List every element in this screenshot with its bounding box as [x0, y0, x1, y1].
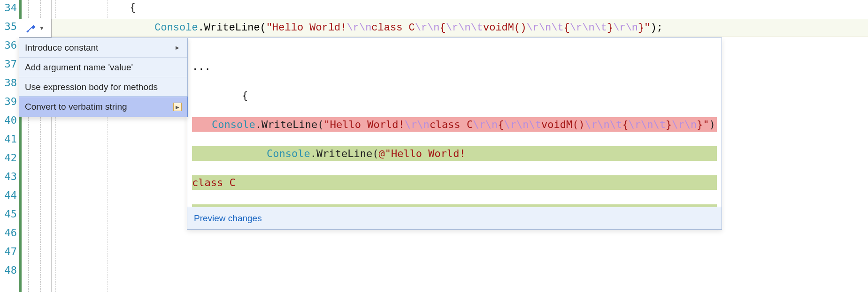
preview-changes-link[interactable]: Preview changes	[194, 213, 262, 224]
line-number: 46	[0, 227, 19, 239]
token-escape: \r\n	[405, 119, 430, 130]
diff-added-line: class C	[192, 175, 717, 190]
token-string: Hello World!	[391, 148, 466, 159]
quick-actions-button[interactable]: ▼	[19, 19, 52, 37]
diff-added-line: Console.WriteLine(@"Hello World!	[192, 146, 717, 161]
token-quote: "	[266, 22, 272, 34]
preview-ellipsis: ...	[192, 59, 717, 74]
token-method: WriteLine	[261, 119, 317, 130]
indent	[55, 22, 154, 34]
qa-item-use-expression-body[interactable]: Use expression body for methods	[19, 77, 187, 97]
code-line-active[interactable]: Console.WriteLine("Hello World!\r\nclass…	[52, 19, 868, 37]
screwdriver-icon	[26, 23, 36, 33]
preview-body: ... { Console.WriteLine("Hello World!\r\…	[187, 38, 722, 207]
token-paren: );	[650, 22, 662, 34]
token-dot: .	[310, 148, 316, 159]
svg-point-0	[27, 30, 29, 32]
token-method: WriteLine	[204, 22, 260, 34]
token-quote: "	[323, 119, 330, 130]
token-escape: \r\n\t	[526, 22, 563, 34]
token-string: {	[622, 119, 628, 130]
token-string: }	[638, 22, 644, 34]
token-verbatim: @"	[378, 148, 391, 159]
qa-item-add-argument-name[interactable]: Add argument name 'value'	[19, 58, 187, 77]
preview-panel: ... { Console.WriteLine("Hello World!\r\…	[187, 37, 722, 230]
token-quote: "	[703, 119, 709, 130]
preview-line: {	[192, 88, 717, 103]
line-number: 47	[0, 246, 19, 257]
qa-item-label: Introduce constant	[25, 43, 98, 53]
qa-item-label: Convert to verbatim string	[25, 102, 127, 112]
indent	[192, 148, 267, 159]
token-escape: \r\n	[347, 22, 372, 34]
token-quote: "	[644, 22, 650, 34]
token-string: class C	[430, 119, 473, 130]
qa-item-introduce-constant[interactable]: Introduce constant	[19, 38, 187, 58]
line-number: 34	[0, 2, 19, 14]
token-escape: \r\n	[415, 22, 440, 34]
token-paren: )	[709, 119, 715, 130]
token-string: {	[498, 119, 504, 130]
code-editor[interactable]: 34 35 36 37 38 39 40 41 42 43 44 45 46 4…	[0, 0, 868, 292]
token-escape: \r\n	[473, 119, 498, 130]
line-number: 39	[0, 96, 19, 107]
token-escape: \r\n\t	[570, 22, 607, 34]
token-string: {	[440, 22, 446, 34]
token-string: }	[607, 22, 613, 34]
token-escape: \r\n\t	[504, 119, 541, 130]
line-number: 48	[0, 264, 19, 276]
token-paren: (	[317, 119, 323, 130]
line-number: 37	[0, 58, 19, 70]
token-string: }	[666, 119, 672, 130]
token-type: Console	[267, 148, 310, 159]
preview-footer: Preview changes	[187, 207, 722, 229]
token-string: {	[564, 22, 570, 34]
line-number: 40	[0, 114, 19, 126]
token-method: WriteLine	[316, 148, 372, 159]
line-number: 43	[0, 171, 19, 182]
token-escape: \r\n\t	[629, 119, 666, 130]
line-number: 44	[0, 189, 19, 201]
token-string: }	[697, 119, 703, 130]
chevron-right-icon	[173, 44, 182, 52]
token-string: Hello World!	[330, 119, 405, 130]
line-number: 45	[0, 208, 19, 220]
code-line[interactable]: {	[52, 2, 868, 14]
line-number: 42	[0, 152, 19, 164]
qa-item-label: Use expression body for methods	[25, 82, 158, 92]
chevron-right-icon	[173, 103, 182, 111]
token-escape: \r\n\t	[446, 22, 483, 34]
diff-added-line: {	[192, 204, 717, 207]
token-escape: \r\n	[613, 22, 638, 34]
token-string: Hello World!	[272, 22, 346, 34]
gutter: 34 35 36 37 38 39 40 41 42 43 44 45 46 4…	[0, 0, 19, 292]
token-string: class C	[371, 22, 415, 34]
quick-actions-menu: Introduce constant Add argument name 'va…	[19, 37, 188, 117]
token-escape: \r\n\t	[585, 119, 622, 130]
token-type: Console	[212, 119, 255, 130]
line-number: 41	[0, 133, 19, 145]
token-paren: (	[372, 148, 378, 159]
diff-removed-line: Console.WriteLine("Hello World!\r\nclass…	[192, 117, 717, 132]
line-number: 38	[0, 77, 19, 89]
line-number: 36	[0, 39, 19, 51]
line-number: 35	[0, 21, 19, 32]
token-type: Console	[154, 22, 198, 34]
token-string: voidM()	[541, 119, 585, 130]
token-dot: .	[198, 22, 204, 34]
token-escape: \r\n	[672, 119, 697, 130]
token-dot: .	[255, 119, 261, 130]
token-paren: (	[260, 22, 266, 34]
qa-item-convert-verbatim[interactable]: Convert to verbatim string	[19, 97, 187, 117]
qa-item-label: Add argument name 'value'	[25, 62, 133, 73]
chevron-down-icon: ▼	[39, 25, 45, 31]
token-string: voidM()	[483, 22, 526, 34]
